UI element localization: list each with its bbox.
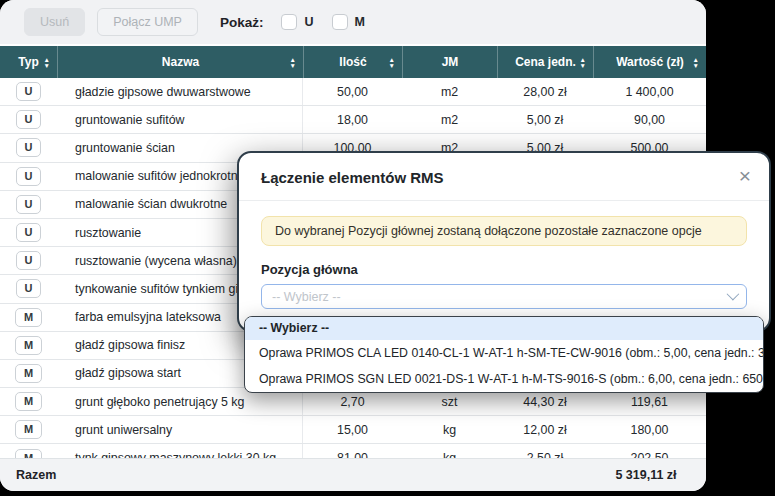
cell-wartosc: 180,00 [593,416,706,443]
cell-typ: M [0,360,57,387]
sort-icon[interactable]: ▲▼ [693,57,699,68]
close-icon[interactable]: × [735,161,755,190]
column-header-warto-z-[interactable]: Wartość (zł)▲▼ [593,46,706,78]
type-badge[interactable]: M [15,392,42,411]
column-header-ilo-[interactable]: Ilość▲▼ [303,46,402,78]
column-label: Nazwa [162,55,199,69]
cell-typ: M [0,388,57,415]
column-label: Wartość (zł) [616,55,684,69]
sort-icon[interactable]: ▲▼ [290,57,296,68]
delete-button[interactable]: Usuń [24,8,85,36]
cell-jm: m2 [402,78,497,105]
cell-typ: U [0,78,57,105]
cell-wartosc: 90,00 [593,106,706,133]
cell-typ: U [0,106,57,133]
select-placeholder: -- Wybierz -- [272,290,341,304]
table-footer: Razem 5 319,11 zł [0,458,706,491]
column-header-typ[interactable]: Typ▲▼ [0,46,57,78]
cell-ilosc: 18,00 [303,106,402,133]
merge-ump-button[interactable]: Połącz UMP [97,8,198,36]
cell-typ: U [0,134,57,161]
sort-icon[interactable]: ▲▼ [580,57,586,68]
column-header-cena-jedn-[interactable]: Cena jedn.▲▼ [497,46,593,78]
cell-nazwa: grunt uniwersalny [57,416,303,443]
dropdown-option[interactable]: Oprawa PRIMOS CLA LED 0140-CL-1 W-AT-1 h… [245,340,763,366]
total-label: Razem [16,468,56,482]
cell-typ: M [0,332,57,359]
table-header: Typ▲▼Nazwa▲▼Ilość▲▼JMCena jedn.▲▼Wartość… [0,46,706,78]
column-header-jm[interactable]: JM [402,46,497,78]
cell-cena-jedn: 12,00 zł [497,416,593,443]
sort-icon[interactable]: ▲▼ [389,57,395,68]
cell-ilosc: 15,00 [303,416,402,443]
type-badge[interactable]: M [15,336,42,355]
show-label: Pokaż: [220,15,264,30]
filter-m: M [332,14,365,30]
checkbox-m-label: M [355,15,365,29]
column-label: Typ [18,55,38,69]
type-badge[interactable]: U [16,195,42,214]
sort-icon[interactable]: ▲▼ [44,57,50,68]
chevron-down-icon [727,288,740,301]
cell-jm: m2 [402,106,497,133]
modal-title: Łączenie elementów RMS [261,169,747,186]
checkbox-u-label: U [304,15,313,29]
modal-divider [239,200,769,201]
merge-rms-modal: Łączenie elementów RMS × Do wybranej Poz… [237,151,771,332]
column-label: JM [442,55,459,69]
dropdown-option[interactable]: Oprawa PRIMOS SGN LED 0021-DS-1 W-AT-1 h… [245,366,763,392]
column-header-nazwa[interactable]: Nazwa▲▼ [57,46,303,78]
type-badge[interactable]: U [16,167,42,186]
cell-cena-jedn: 28,00 zł [497,78,593,105]
filter-u: U [281,14,313,30]
cell-typ: M [0,416,57,443]
dropdown-option[interactable]: -- Wybierz -- [245,317,763,340]
cell-nazwa: gładzie gipsowe dwuwarstwowe [57,78,303,105]
total-value: 5 319,11 zł [596,468,696,482]
type-badge[interactable]: U [16,251,42,270]
checkbox-m[interactable] [332,14,348,30]
type-badge[interactable]: U [16,279,42,298]
type-badge[interactable]: U [16,138,42,157]
type-badge[interactable]: U [16,110,42,129]
table-row[interactable]: Mgrunt uniwersalny15,00kg12,00 zł180,00 [0,416,706,444]
checkbox-u[interactable] [281,14,297,30]
cell-typ: U [0,247,57,274]
table-row[interactable]: Ugładzie gipsowe dwuwarstwowe50,00m228,0… [0,78,706,106]
cell-cena-jedn: 5,00 zł [497,106,593,133]
cell-jm: kg [402,416,497,443]
main-position-label: Pozycja główna [261,262,747,277]
cell-wartosc: 1 400,00 [593,78,706,105]
type-badge[interactable]: U [16,223,42,242]
column-label: Ilość [339,55,366,69]
main-position-dropdown: -- Wybierz --Oprawa PRIMOS CLA LED 0140-… [244,316,764,393]
type-badge[interactable]: M [15,308,42,327]
info-alert: Do wybranej Pozycji głównej zostaną dołą… [261,216,747,246]
cell-typ: M [0,304,57,331]
type-badge[interactable]: U [16,82,42,101]
cell-ilosc: 50,00 [303,78,402,105]
toolbar: Usuń Połącz UMP Pokaż: U M [0,0,706,44]
cell-typ: U [0,163,57,190]
cell-typ: U [0,191,57,218]
type-badge[interactable]: M [15,420,42,439]
main-position-select[interactable]: -- Wybierz -- [261,284,747,309]
column-label: Cena jedn. [515,55,576,69]
cell-typ: U [0,219,57,246]
type-badge[interactable]: M [15,364,42,383]
cell-typ: U [0,275,57,302]
cell-nazwa: gruntowanie sufitów [57,106,303,133]
table-row[interactable]: Ugruntowanie sufitów18,00m25,00 zł90,00 [0,106,706,134]
